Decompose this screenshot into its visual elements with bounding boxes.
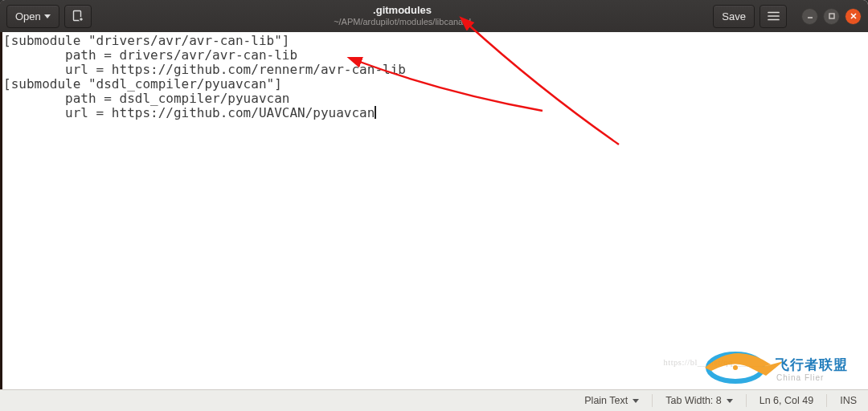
insert-mode-indicator[interactable]: INS <box>840 395 857 406</box>
hamburger-icon <box>768 11 780 21</box>
file-line: path = drivers/avr/avr-can-lib <box>3 47 297 63</box>
document-title: .gitmodules <box>92 4 714 16</box>
separator <box>652 394 653 407</box>
text-editor-area[interactable]: [submodule "drivers/avr/avr-can-lib"] pa… <box>2 32 868 390</box>
watermark-logo: 飞行者联盟 China Flier <box>697 344 862 395</box>
window-close-button[interactable] <box>845 8 862 25</box>
separator <box>746 394 747 407</box>
titlebar: Open .gitmodules ~/APM/ardupilot/modules… <box>0 0 868 32</box>
file-line: url = https://github.com/rennerm/avr-can… <box>3 62 406 77</box>
close-icon <box>850 12 858 20</box>
watermark-brand-cn: 飞行者联盟 <box>775 357 848 372</box>
title-area: .gitmodules ~/APM/ardupilot/modules/libc… <box>92 4 714 26</box>
open-button-label: Open <box>15 10 41 22</box>
svg-point-4 <box>733 365 738 370</box>
tab-width-selector[interactable]: Tab Width: 8 <box>665 395 732 406</box>
chevron-down-icon <box>633 399 639 403</box>
file-line: url = https://github.com/UAVCAN/pyuavcan <box>3 105 375 120</box>
document-path: ~/APM/ardupilot/modules/libcanard <box>92 17 714 26</box>
gedit-window: Open .gitmodules ~/APM/ardupilot/modules… <box>0 0 868 411</box>
save-button[interactable]: Save <box>713 5 755 28</box>
open-button[interactable]: Open <box>6 5 59 28</box>
statusbar: Plain Text Tab Width: 8 Ln 6, Col 49 INS <box>0 389 868 411</box>
hamburger-menu-button[interactable] <box>760 5 787 28</box>
new-document-button[interactable] <box>64 5 92 28</box>
window-maximize-button[interactable] <box>823 8 840 25</box>
minimize-icon <box>806 12 814 20</box>
svg-rect-2 <box>829 14 834 18</box>
file-line: [submodule "dsdl_compiler/pyuavcan"] <box>3 76 282 92</box>
tab-width-label: Tab Width: 8 <box>665 395 721 406</box>
window-minimize-button[interactable] <box>801 8 818 25</box>
syntax-mode-label: Plain Text <box>584 395 628 406</box>
syntax-mode-selector[interactable]: Plain Text <box>584 395 639 406</box>
watermark-brand-en: China Flier <box>776 373 824 382</box>
maximize-icon <box>828 12 836 20</box>
text-cursor <box>375 106 376 119</box>
new-document-icon <box>72 10 84 22</box>
file-line: path = dsdl_compiler/pyuavcan <box>3 91 289 106</box>
separator <box>826 394 827 407</box>
chevron-down-icon <box>44 14 51 18</box>
file-line: [submodule "drivers/avr/avr-can-lib"] <box>3 33 289 48</box>
save-button-label: Save <box>722 10 746 22</box>
cursor-position: Ln 6, Col 49 <box>760 395 813 406</box>
chevron-down-icon <box>727 399 733 403</box>
